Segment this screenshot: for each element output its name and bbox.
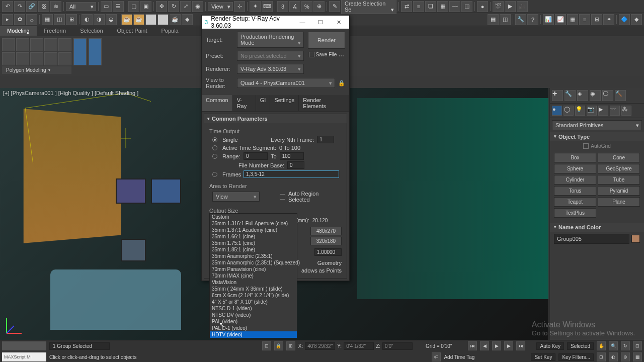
- move-icon[interactable]: ✥: [156, 1, 167, 12]
- dropdown-option[interactable]: 70mm Panavision (cine): [210, 266, 297, 273]
- dropdown-option[interactable]: 70mm IMAX (cine): [210, 273, 297, 279]
- object-color-swatch[interactable]: [631, 235, 640, 243]
- window-crossing-icon[interactable]: ▣: [140, 1, 151, 12]
- keyboard-icon[interactable]: ⌨: [262, 1, 273, 12]
- minimize-icon[interactable]: —: [295, 17, 310, 28]
- preset-480-button[interactable]: 480x270: [310, 227, 342, 235]
- time-tag-icon[interactable]: 🏷: [432, 352, 441, 361]
- pyramid-button[interactable]: Pyramid: [598, 186, 640, 196]
- ribbon-btn[interactable]: [58, 38, 71, 51]
- lock-icon[interactable]: 🔒: [274, 341, 283, 350]
- single-radio[interactable]: [212, 137, 217, 142]
- toolbar2-btn[interactable]: ▦: [42, 14, 53, 25]
- set-key-button[interactable]: Set Key: [531, 353, 555, 361]
- toolbar2-right-btn[interactable]: 🔷: [619, 14, 630, 25]
- sphere-icon[interactable]: ●: [145, 14, 156, 25]
- layers-icon[interactable]: ❏: [425, 1, 436, 12]
- render-frame-icon[interactable]: ▶: [505, 1, 516, 12]
- tab-populate[interactable]: Popula: [154, 26, 185, 36]
- dropdown-option[interactable]: NTSC D-1 (video): [210, 305, 297, 312]
- dropdown-option[interactable]: 6cm X 6cm (2 1/4" X 2 1/4") (slide): [210, 292, 297, 299]
- rotate-icon[interactable]: ↻: [168, 1, 179, 12]
- geosphere-button[interactable]: GeoSphere: [598, 164, 640, 173]
- graph-icon[interactable]: 📊: [543, 14, 554, 25]
- nav2-icon[interactable]: ◐: [609, 352, 618, 361]
- rect-region-icon[interactable]: ▢: [128, 1, 139, 12]
- ribbon-btn[interactable]: [58, 52, 71, 65]
- dropdown-option[interactable]: 35mm Anamorphic (2.35:1) (Squeezed): [210, 259, 297, 266]
- nav-orbit-icon[interactable]: ↻: [621, 341, 630, 350]
- preset-dropdown[interactable]: No preset selected: [237, 51, 304, 61]
- render-button[interactable]: Render: [308, 32, 345, 49]
- dropdown-option[interactable]: 4" X 5" or 8" X 10" (slide): [210, 299, 297, 305]
- tab-modeling[interactable]: Modeling: [0, 26, 37, 36]
- create-panel-icon[interactable]: ✚: [552, 90, 563, 101]
- ribbon-btn[interactable]: [30, 38, 43, 51]
- auto-region-checkbox[interactable]: [280, 194, 285, 200]
- help-icon[interactable]: ?: [527, 14, 538, 25]
- toolbar2-btn[interactable]: ☼: [26, 14, 37, 25]
- view-dropdown[interactable]: Quad 4 - PhysCamera001: [237, 78, 335, 88]
- ribbon-btn[interactable]: [89, 38, 102, 65]
- toolbar2-btn[interactable]: ◫: [54, 14, 65, 25]
- tab-freeform[interactable]: Freeform: [37, 26, 73, 36]
- cone-button[interactable]: Cone: [598, 153, 640, 162]
- sphere-button[interactable]: Sphere: [554, 164, 596, 173]
- x-value[interactable]: 40'8 29/32": [305, 342, 335, 350]
- ref-coord-dropdown[interactable]: View: [208, 2, 233, 11]
- axis-icon[interactable]: ⊞: [286, 341, 295, 350]
- range-from-spinner[interactable]: 0: [244, 152, 268, 160]
- common-params-header[interactable]: Common Parameters: [204, 114, 347, 123]
- toolbar2-btn[interactable]: ✿: [14, 14, 25, 25]
- ribbon-tall-btn[interactable]: [73, 38, 87, 65]
- autogrid-checkbox[interactable]: [583, 143, 589, 149]
- teapot-button[interactable]: Teapot: [554, 197, 596, 207]
- ribbon-btn[interactable]: [16, 52, 29, 65]
- tab-render-elements[interactable]: Render Elements: [299, 95, 349, 111]
- nav2-icon[interactable]: ⊡: [597, 352, 606, 361]
- link-icon[interactable]: 🔗: [26, 1, 37, 12]
- toolbar2-right-btn[interactable]: ≡: [579, 14, 590, 25]
- render-production-icon[interactable]: 🎥: [517, 1, 528, 12]
- redo-icon[interactable]: ↷: [14, 1, 25, 12]
- percent-snap-icon[interactable]: %: [301, 1, 312, 12]
- name-color-header[interactable]: Name and Color: [550, 223, 644, 232]
- torus-button[interactable]: Torus: [554, 186, 596, 196]
- tab-gi[interactable]: GI: [256, 95, 271, 111]
- goto-end-icon[interactable]: ⏭: [516, 341, 525, 350]
- dropdown-option[interactable]: 35mm 1.75:1 (cine): [210, 240, 297, 246]
- teapot2-icon[interactable]: ☕: [133, 14, 144, 25]
- bind-icon[interactable]: ≋: [50, 1, 61, 12]
- play-icon[interactable]: ▶: [492, 341, 501, 350]
- tab-selection[interactable]: Selection: [73, 26, 110, 36]
- lights-icon[interactable]: 💡: [575, 106, 585, 116]
- spacewarps-icon[interactable]: 〰: [610, 106, 620, 116]
- cylinder-button[interactable]: Cylinder: [554, 175, 596, 185]
- toolbar2-btn[interactable]: ◒: [106, 14, 117, 25]
- manipulate-icon[interactable]: ✦: [250, 1, 261, 12]
- range-radio[interactable]: [212, 154, 217, 159]
- every-nth-spinner[interactable]: 1: [317, 136, 334, 143]
- isolate-icon[interactable]: ⊡: [262, 341, 271, 350]
- object-type-header[interactable]: Object Type: [550, 132, 644, 141]
- modify-panel-icon[interactable]: 🔧: [565, 90, 576, 101]
- undo-icon[interactable]: ↶: [2, 1, 13, 12]
- dropdown-option[interactable]: 35mm 1.85:1 (cine): [210, 246, 297, 253]
- teapot3-icon[interactable]: ☕: [170, 14, 181, 25]
- dropdown-option[interactable]: 35mm ( 24mm X 36mm ) (slide): [210, 286, 297, 292]
- toolbar2-right-btn[interactable]: ⊞: [591, 14, 602, 25]
- plane-button[interactable]: Plane: [598, 197, 640, 207]
- file-num-spinner[interactable]: 0: [287, 161, 304, 169]
- teapot-icon[interactable]: ☕: [121, 14, 132, 25]
- mirror-icon[interactable]: ⇄: [401, 1, 412, 12]
- curve-editor-icon[interactable]: 〰: [449, 1, 460, 12]
- maximize-icon[interactable]: ☐: [313, 17, 328, 28]
- display-panel-icon[interactable]: 🖵: [602, 90, 613, 101]
- range-to-spinner[interactable]: 100: [280, 152, 304, 160]
- helpers-icon[interactable]: ▶: [598, 106, 608, 116]
- tube-button[interactable]: Tube: [598, 175, 640, 185]
- nav-pan-icon[interactable]: ✋: [597, 341, 606, 350]
- renderer-dropdown[interactable]: V-Ray Adv 3.60.03: [237, 64, 304, 74]
- savefile-browse[interactable]: …: [338, 51, 344, 58]
- select-icon[interactable]: ▭: [101, 1, 112, 12]
